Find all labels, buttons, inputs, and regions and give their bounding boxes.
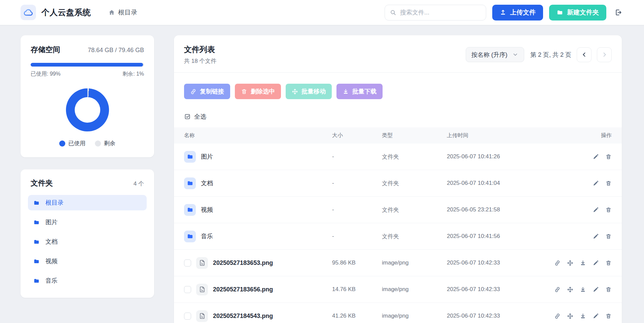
file-table-body: 图片 - 文件夹 2025-06-07 10:41:26 xyxy=(174,144,622,323)
row-name[interactable]: 视频 xyxy=(201,206,213,214)
row-checkbox[interactable] xyxy=(184,259,191,267)
prev-page-button[interactable] xyxy=(577,47,592,62)
sidebar-folder-item[interactable]: 视频 xyxy=(28,253,147,269)
column-size: 大小 xyxy=(332,132,382,139)
row-name[interactable]: 音乐 xyxy=(201,232,213,240)
edit-action[interactable] xyxy=(593,313,599,319)
folder-icon xyxy=(33,258,40,265)
row-type: 文件夹 xyxy=(382,179,447,187)
edit-action[interactable] xyxy=(593,207,599,213)
row-time: 2025-06-07 10:42:33 xyxy=(447,313,550,319)
row-name[interactable]: 20250527183656.png xyxy=(213,286,273,293)
copy-link-action[interactable] xyxy=(554,313,561,319)
folder-item-label: 文档 xyxy=(45,238,58,246)
upload-file-button[interactable]: 上传文件 xyxy=(492,5,543,21)
new-folder-button[interactable]: 新建文件夹 xyxy=(549,5,606,21)
download-action[interactable] xyxy=(580,260,586,266)
storage-title: 存储空间 xyxy=(31,45,60,55)
folder-icon xyxy=(187,206,193,213)
legend-remaining-label: 剩余 xyxy=(104,139,115,147)
edit-icon xyxy=(593,233,599,240)
sidebar-folder-item[interactable]: 图片 xyxy=(28,214,147,230)
delete-action[interactable] xyxy=(605,286,612,293)
storage-donut-chart xyxy=(66,88,109,131)
row-name[interactable]: 文档 xyxy=(201,179,213,187)
edit-action[interactable] xyxy=(593,260,599,266)
edit-action[interactable] xyxy=(593,154,599,160)
row-name[interactable]: 20250527183653.png xyxy=(213,259,273,267)
row-time: 2025-06-05 23:21:58 xyxy=(447,206,550,213)
row-time: 2025-06-07 10:41:26 xyxy=(447,153,550,160)
row-size: 41.26 KB xyxy=(332,313,382,319)
breadcrumb[interactable]: 根目录 xyxy=(108,8,137,17)
delete-action[interactable] xyxy=(605,180,612,187)
trash-icon xyxy=(605,180,612,187)
home-icon xyxy=(108,9,115,16)
edit-action[interactable] xyxy=(593,286,599,293)
storage-progress-fill xyxy=(31,63,143,67)
trash-icon xyxy=(605,313,612,319)
row-time: 2025-06-07 10:42:33 xyxy=(447,259,550,266)
delete-action[interactable] xyxy=(605,233,612,240)
download-icon xyxy=(580,286,586,293)
sidebar-folder-item[interactable]: 音乐 xyxy=(28,273,147,288)
sidebar-folder-item[interactable]: 根目录 xyxy=(28,195,147,210)
link-icon xyxy=(554,313,561,319)
row-name[interactable]: 20250527184543.png xyxy=(213,313,273,320)
batch-action-button[interactable]: 批量下载 xyxy=(336,84,383,99)
chevron-left-icon xyxy=(581,51,587,58)
link-icon xyxy=(554,286,561,293)
folder-item-label: 根目录 xyxy=(45,199,64,207)
delete-action[interactable] xyxy=(605,207,612,213)
app-title: 个人云盘系统 xyxy=(41,7,91,18)
folder-icon xyxy=(187,180,193,187)
copy-link-action[interactable] xyxy=(554,286,561,293)
row-size: 95.86 KB xyxy=(332,259,382,266)
table-row: 20250527183653.png 95.86 KB image/png 20… xyxy=(174,250,622,276)
move-action[interactable] xyxy=(567,313,573,319)
sidebar-folder-item[interactable]: 文档 xyxy=(28,234,147,249)
folder-icon xyxy=(33,278,40,284)
storage-used-label: 已使用: 99% xyxy=(31,71,61,78)
row-checkbox[interactable] xyxy=(184,313,191,320)
select-all-toggle[interactable]: 全选 xyxy=(184,113,612,121)
sort-select[interactable]: 按名称 (升序) xyxy=(466,47,524,62)
folder-item-label: 图片 xyxy=(45,218,58,226)
copy-link-action[interactable] xyxy=(554,260,561,266)
delete-action[interactable] xyxy=(605,260,612,266)
delete-action[interactable] xyxy=(605,154,612,160)
storage-usage-text: 78.64 GB / 79.46 GB xyxy=(88,47,144,54)
row-checkbox[interactable] xyxy=(184,286,191,293)
search-box xyxy=(385,5,486,21)
move-action[interactable] xyxy=(567,286,573,293)
trash-icon xyxy=(605,207,612,213)
upload-icon xyxy=(500,9,506,16)
app-logo xyxy=(21,5,36,20)
search-input[interactable] xyxy=(400,9,481,16)
batch-action-button[interactable]: 批量移动 xyxy=(286,84,332,99)
download-icon xyxy=(580,313,586,319)
delete-action[interactable] xyxy=(605,313,612,319)
edit-action[interactable] xyxy=(593,233,599,240)
logout-icon xyxy=(614,8,622,16)
app-header: 个人云盘系统 根目录 上传文件 新建文件夹 xyxy=(0,0,644,25)
move-action[interactable] xyxy=(567,260,573,266)
row-time: 2025-06-07 10:42:33 xyxy=(447,286,550,293)
table-row: 20250527184543.png 41.26 KB image/png 20… xyxy=(174,303,622,323)
download-action[interactable] xyxy=(580,313,586,319)
column-name: 名称 xyxy=(184,132,332,139)
logout-button[interactable] xyxy=(614,8,622,16)
trash-icon xyxy=(605,286,612,293)
batch-toolbar: 复制链接 删除选中 批量移动 xyxy=(174,73,622,99)
batch-action-button[interactable]: 复制链接 xyxy=(184,84,230,99)
row-type: image/png xyxy=(382,313,447,319)
next-page-button[interactable] xyxy=(597,47,612,62)
download-action[interactable] xyxy=(580,286,586,293)
download-icon xyxy=(343,88,349,95)
edit-action[interactable] xyxy=(593,180,599,187)
chevron-right-icon xyxy=(601,51,608,58)
breadcrumb-label: 根目录 xyxy=(118,8,137,17)
row-name[interactable]: 图片 xyxy=(201,153,213,161)
storage-panel: 存储空间 78.64 GB / 79.46 GB 已使用: 99% 剩余: 1%… xyxy=(21,35,154,157)
batch-action-button[interactable]: 删除选中 xyxy=(235,84,281,99)
